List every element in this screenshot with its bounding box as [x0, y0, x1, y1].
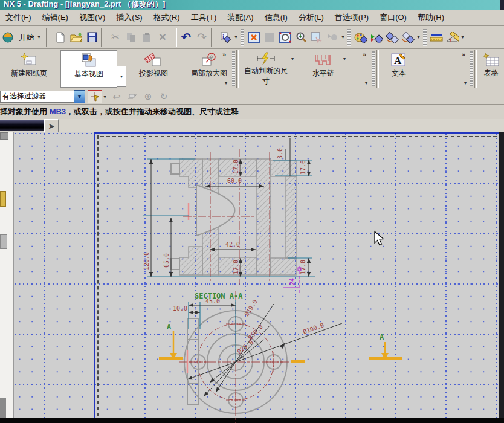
base-view-dropdown-icon[interactable]: ▾ [117, 66, 126, 87]
chevron-down-icon: ▾ [36, 34, 42, 40]
text-icon: A [390, 50, 408, 68]
resource-bar-row: ➤ [0, 119, 504, 133]
toolbar-grip[interactable] [347, 29, 351, 46]
text-button[interactable]: A 文本 [381, 50, 417, 86]
measure-distance-icon[interactable] [428, 29, 444, 46]
new-sheet-label: 新建图纸页 [11, 68, 47, 79]
paste-icon [139, 29, 155, 46]
orient-view-icon[interactable] [369, 29, 384, 46]
menu-edit[interactable]: 编辑(E) [37, 10, 74, 25]
menu-assemblies[interactable]: 装配(A) [222, 10, 259, 25]
information-icon[interactable]: i [218, 29, 233, 46]
cue-prompt-bar: 择对象并使用 MB3，或双击，或按住并拖动来移动视图、尺寸或注释 [0, 105, 504, 120]
base-view-button[interactable]: 基本视图 [60, 50, 117, 88]
standard-toolbar: 开始 ▾ ✂ ✕ ↶ ↷ i ▾ ▾ [0, 26, 504, 49]
collapsed-panel-tab[interactable] [0, 120, 44, 131]
toolbar-grip[interactable] [232, 51, 235, 86]
detail-view-icon [200, 50, 218, 68]
horizontal-chain-button[interactable]: 水平链 [302, 50, 344, 86]
menu-format[interactable]: 格式(R) [148, 10, 186, 25]
pan-icon[interactable] [309, 29, 325, 46]
replace-view-icon[interactable] [384, 29, 400, 46]
zoom-icon [262, 29, 277, 46]
selection-filter-combobox[interactable]: 有选择过滤器 [0, 91, 74, 103]
rotate-view-icon [325, 29, 340, 46]
display-mode-icon[interactable] [400, 29, 416, 46]
separator [211, 28, 216, 47]
panel-stub-icon [0, 398, 6, 418]
toolbar-grip[interactable] [470, 51, 473, 86]
toolbar-grip[interactable] [372, 51, 375, 86]
panel-stub-icon[interactable] [0, 191, 6, 207]
window-title: NX 5 - Drafting - [jiangyan_2.prt （修改的）] [4, 0, 165, 8]
menu-view[interactable]: 视图(V) [74, 10, 111, 25]
menu-information[interactable]: 信息(I) [259, 10, 293, 25]
window-right-edge [499, 132, 504, 418]
overflow-icon[interactable]: » [363, 51, 366, 58]
zoom-box-icon[interactable] [277, 29, 293, 46]
fit-view-icon[interactable] [246, 29, 262, 46]
window-titlebar[interactable]: NX 5 - Drafting - [jiangyan_2.prt （修改的）] [0, 0, 504, 10]
projected-view-button[interactable]: 投影视图 [129, 50, 178, 86]
selection-scope-icon: ⊕ [141, 91, 155, 103]
chevron-down-icon[interactable]: ▾ [365, 80, 367, 86]
inferred-dimension-label: 自动判断的尺 [244, 66, 288, 76]
snap-point-icon [126, 91, 139, 103]
separator [474, 50, 477, 88]
zoom-in-out-icon[interactable] [293, 29, 309, 46]
chevron-down-icon[interactable]: ▾ [291, 56, 294, 62]
table-icon [483, 50, 500, 68]
view-border-dashed-left [97, 135, 99, 416]
sheet-border-left [94, 132, 95, 418]
panel-stub-icon[interactable] [0, 234, 7, 249]
chevron-down-icon[interactable]: ▾ [102, 94, 108, 100]
chevron-down-icon[interactable]: ▾ [233, 34, 239, 40]
start-button[interactable]: 开始 ▾ [16, 31, 45, 44]
inferred-dimension-button[interactable]: 自动判断的尺 寸 [241, 50, 291, 86]
new-file-icon[interactable] [53, 29, 68, 46]
chevron-down-icon[interactable]: ▾ [343, 56, 346, 62]
inferred-dimension-icon [256, 50, 276, 66]
menu-preferences[interactable]: 首选项(P) [329, 10, 374, 25]
detail-view-button[interactable]: 局部放大图 [179, 50, 239, 86]
chevron-down-icon[interactable]: ▾ [464, 80, 467, 86]
chevron-down-icon[interactable]: ▾ [225, 80, 227, 86]
nx-logo-icon [0, 29, 16, 46]
left-resource-strip [0, 132, 14, 418]
new-sheet-icon [20, 50, 38, 68]
panel-stub-icon[interactable] [0, 132, 8, 140]
graphics-window[interactable] [0, 132, 504, 418]
redo-icon: ↷ [194, 29, 210, 46]
menu-tools[interactable]: 工具(T) [186, 10, 222, 25]
overflow-icon[interactable]: » [462, 51, 465, 58]
menu-help[interactable]: 帮助(H) [412, 10, 450, 25]
measure-angle-icon[interactable] [444, 29, 460, 46]
table-button[interactable]: 表格 [479, 50, 504, 86]
chevron-down-icon[interactable]: ▾ [340, 34, 346, 40]
copy-icon [123, 29, 139, 46]
expand-panel-button[interactable]: ➤ [44, 119, 59, 133]
selection-filter-dropdown-icon[interactable]: ▼ [74, 90, 85, 103]
menu-insert[interactable]: 插入(S) [111, 10, 147, 25]
prompt-text: 择对象并使用 [0, 107, 50, 116]
open-folder-icon[interactable] [68, 29, 84, 46]
chevron-down-icon[interactable]: ▾ [416, 34, 421, 40]
save-icon[interactable] [84, 29, 100, 46]
prompt-text-2: ，或双击，或按住并拖动来移动视图、尺寸或注释 [66, 107, 239, 116]
visual-style-icon[interactable] [353, 29, 369, 46]
menu-file[interactable]: 文件(F) [0, 10, 37, 25]
select-previous-icon: ↩ [110, 91, 123, 103]
new-sheet-button[interactable]: 新建图纸页 [1, 50, 57, 86]
general-selection-filter-icon[interactable] [88, 90, 102, 103]
chevron-down-icon[interactable]: ▾ [460, 34, 465, 40]
toolbar-grip[interactable] [423, 29, 427, 46]
toolbar-grip[interactable] [241, 29, 244, 46]
menu-analysis[interactable]: 分析(L) [293, 10, 329, 25]
bottom-window-edge [0, 418, 504, 423]
separator [172, 28, 177, 47]
separator [376, 50, 379, 88]
menu-window[interactable]: 窗口(O) [374, 10, 412, 25]
overflow-icon[interactable]: » [222, 51, 226, 58]
horizontal-chain-icon [313, 50, 334, 68]
undo-icon[interactable]: ↶ [178, 29, 194, 46]
